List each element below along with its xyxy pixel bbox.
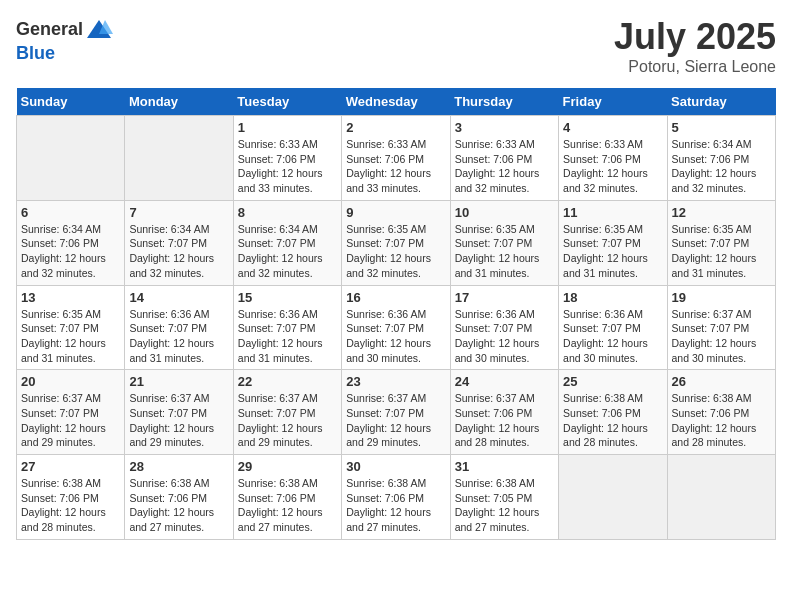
calendar-cell: 10Sunrise: 6:35 AM Sunset: 7:07 PM Dayli… [450,200,558,285]
column-header-friday: Friday [559,88,667,116]
day-number: 3 [455,120,554,135]
day-info: Sunrise: 6:34 AM Sunset: 7:07 PM Dayligh… [238,222,337,281]
calendar-cell: 22Sunrise: 6:37 AM Sunset: 7:07 PM Dayli… [233,370,341,455]
day-number: 2 [346,120,445,135]
column-header-thursday: Thursday [450,88,558,116]
day-number: 7 [129,205,228,220]
calendar-cell: 13Sunrise: 6:35 AM Sunset: 7:07 PM Dayli… [17,285,125,370]
day-number: 18 [563,290,662,305]
column-header-wednesday: Wednesday [342,88,450,116]
calendar-cell: 24Sunrise: 6:37 AM Sunset: 7:06 PM Dayli… [450,370,558,455]
calendar-cell: 11Sunrise: 6:35 AM Sunset: 7:07 PM Dayli… [559,200,667,285]
calendar-cell: 1Sunrise: 6:33 AM Sunset: 7:06 PM Daylig… [233,116,341,201]
calendar-cell: 2Sunrise: 6:33 AM Sunset: 7:06 PM Daylig… [342,116,450,201]
day-number: 16 [346,290,445,305]
day-number: 6 [21,205,120,220]
column-header-monday: Monday [125,88,233,116]
calendar-week-row: 27Sunrise: 6:38 AM Sunset: 7:06 PM Dayli… [17,455,776,540]
calendar-cell: 8Sunrise: 6:34 AM Sunset: 7:07 PM Daylig… [233,200,341,285]
day-number: 30 [346,459,445,474]
day-number: 19 [672,290,771,305]
day-number: 11 [563,205,662,220]
day-info: Sunrise: 6:35 AM Sunset: 7:07 PM Dayligh… [672,222,771,281]
day-number: 8 [238,205,337,220]
column-header-saturday: Saturday [667,88,775,116]
calendar-cell [559,455,667,540]
calendar-cell: 23Sunrise: 6:37 AM Sunset: 7:07 PM Dayli… [342,370,450,455]
day-number: 1 [238,120,337,135]
calendar-cell [667,455,775,540]
calendar-cell: 30Sunrise: 6:38 AM Sunset: 7:06 PM Dayli… [342,455,450,540]
day-info: Sunrise: 6:38 AM Sunset: 7:06 PM Dayligh… [672,391,771,450]
day-info: Sunrise: 6:33 AM Sunset: 7:06 PM Dayligh… [346,137,445,196]
day-info: Sunrise: 6:38 AM Sunset: 7:06 PM Dayligh… [346,476,445,535]
calendar-cell: 27Sunrise: 6:38 AM Sunset: 7:06 PM Dayli… [17,455,125,540]
day-info: Sunrise: 6:38 AM Sunset: 7:06 PM Dayligh… [563,391,662,450]
day-info: Sunrise: 6:35 AM Sunset: 7:07 PM Dayligh… [21,307,120,366]
day-info: Sunrise: 6:36 AM Sunset: 7:07 PM Dayligh… [455,307,554,366]
calendar-week-row: 20Sunrise: 6:37 AM Sunset: 7:07 PM Dayli… [17,370,776,455]
day-number: 5 [672,120,771,135]
day-info: Sunrise: 6:35 AM Sunset: 7:07 PM Dayligh… [455,222,554,281]
day-info: Sunrise: 6:37 AM Sunset: 7:07 PM Dayligh… [346,391,445,450]
calendar-cell: 31Sunrise: 6:38 AM Sunset: 7:05 PM Dayli… [450,455,558,540]
day-info: Sunrise: 6:38 AM Sunset: 7:05 PM Dayligh… [455,476,554,535]
calendar-cell: 26Sunrise: 6:38 AM Sunset: 7:06 PM Dayli… [667,370,775,455]
day-number: 15 [238,290,337,305]
calendar-cell: 3Sunrise: 6:33 AM Sunset: 7:06 PM Daylig… [450,116,558,201]
calendar-cell: 9Sunrise: 6:35 AM Sunset: 7:07 PM Daylig… [342,200,450,285]
calendar-cell [17,116,125,201]
day-info: Sunrise: 6:38 AM Sunset: 7:06 PM Dayligh… [238,476,337,535]
day-info: Sunrise: 6:34 AM Sunset: 7:07 PM Dayligh… [129,222,228,281]
day-info: Sunrise: 6:37 AM Sunset: 7:07 PM Dayligh… [672,307,771,366]
day-info: Sunrise: 6:36 AM Sunset: 7:07 PM Dayligh… [346,307,445,366]
day-number: 17 [455,290,554,305]
logo: General Blue [16,16,113,64]
day-info: Sunrise: 6:36 AM Sunset: 7:07 PM Dayligh… [563,307,662,366]
calendar-cell: 20Sunrise: 6:37 AM Sunset: 7:07 PM Dayli… [17,370,125,455]
day-info: Sunrise: 6:34 AM Sunset: 7:06 PM Dayligh… [21,222,120,281]
calendar-cell: 14Sunrise: 6:36 AM Sunset: 7:07 PM Dayli… [125,285,233,370]
day-info: Sunrise: 6:36 AM Sunset: 7:07 PM Dayligh… [129,307,228,366]
day-number: 21 [129,374,228,389]
day-number: 25 [563,374,662,389]
day-number: 9 [346,205,445,220]
day-number: 28 [129,459,228,474]
calendar-cell: 17Sunrise: 6:36 AM Sunset: 7:07 PM Dayli… [450,285,558,370]
day-info: Sunrise: 6:37 AM Sunset: 7:07 PM Dayligh… [238,391,337,450]
logo-general-text: General [16,20,83,40]
day-number: 29 [238,459,337,474]
day-info: Sunrise: 6:36 AM Sunset: 7:07 PM Dayligh… [238,307,337,366]
day-info: Sunrise: 6:35 AM Sunset: 7:07 PM Dayligh… [346,222,445,281]
day-number: 14 [129,290,228,305]
day-info: Sunrise: 6:33 AM Sunset: 7:06 PM Dayligh… [238,137,337,196]
calendar-cell: 18Sunrise: 6:36 AM Sunset: 7:07 PM Dayli… [559,285,667,370]
day-info: Sunrise: 6:37 AM Sunset: 7:06 PM Dayligh… [455,391,554,450]
calendar-week-row: 1Sunrise: 6:33 AM Sunset: 7:06 PM Daylig… [17,116,776,201]
day-number: 24 [455,374,554,389]
day-number: 12 [672,205,771,220]
calendar-cell: 15Sunrise: 6:36 AM Sunset: 7:07 PM Dayli… [233,285,341,370]
column-header-sunday: Sunday [17,88,125,116]
calendar-week-row: 13Sunrise: 6:35 AM Sunset: 7:07 PM Dayli… [17,285,776,370]
calendar-cell: 4Sunrise: 6:33 AM Sunset: 7:06 PM Daylig… [559,116,667,201]
day-number: 26 [672,374,771,389]
calendar-cell: 5Sunrise: 6:34 AM Sunset: 7:06 PM Daylig… [667,116,775,201]
day-number: 31 [455,459,554,474]
calendar-table: SundayMondayTuesdayWednesdayThursdayFrid… [16,88,776,540]
calendar-week-row: 6Sunrise: 6:34 AM Sunset: 7:06 PM Daylig… [17,200,776,285]
day-info: Sunrise: 6:38 AM Sunset: 7:06 PM Dayligh… [21,476,120,535]
day-number: 4 [563,120,662,135]
calendar-cell: 19Sunrise: 6:37 AM Sunset: 7:07 PM Dayli… [667,285,775,370]
day-number: 23 [346,374,445,389]
calendar-cell: 7Sunrise: 6:34 AM Sunset: 7:07 PM Daylig… [125,200,233,285]
calendar-cell: 6Sunrise: 6:34 AM Sunset: 7:06 PM Daylig… [17,200,125,285]
day-info: Sunrise: 6:35 AM Sunset: 7:07 PM Dayligh… [563,222,662,281]
day-info: Sunrise: 6:37 AM Sunset: 7:07 PM Dayligh… [129,391,228,450]
day-number: 22 [238,374,337,389]
location: Potoru, Sierra Leone [614,58,776,76]
day-number: 20 [21,374,120,389]
page-header: General Blue July 2025 Potoru, Sierra Le… [16,16,776,76]
column-header-tuesday: Tuesday [233,88,341,116]
calendar-cell: 28Sunrise: 6:38 AM Sunset: 7:06 PM Dayli… [125,455,233,540]
